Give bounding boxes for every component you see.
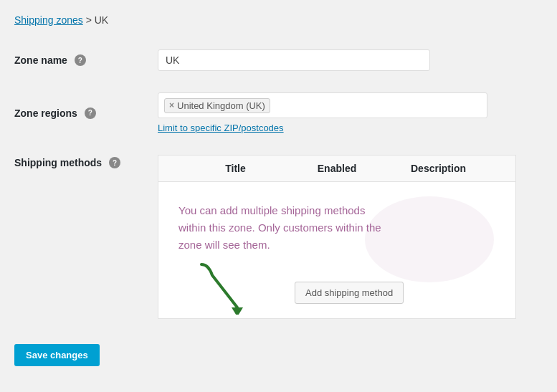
zone-name-help-icon[interactable]: ?	[75, 54, 86, 66]
green-arrow-icon	[194, 261, 287, 315]
limit-zip-link[interactable]: Limit to specific ZIP/postcodes	[158, 123, 543, 133]
zone-regions-label: Zone regions	[14, 107, 77, 119]
region-tag: × United Kingdom (UK)	[164, 98, 270, 113]
shipping-methods-body: Wc You can add multiple shipping methods…	[158, 182, 515, 318]
save-row: Save changes	[14, 344, 543, 366]
breadcrumb: Shipping zones > UK	[14, 14, 543, 26]
svg-marker-3	[232, 307, 243, 315]
col-enabled: Enabled	[301, 163, 373, 174]
breadcrumb-current: UK	[95, 14, 108, 26]
shipping-info-text: You can add multiple shipping methods wi…	[158, 182, 402, 261]
shipping-methods-label: Shipping methods	[14, 157, 102, 168]
zone-name-label: Zone name	[14, 54, 67, 66]
region-remove-icon[interactable]: ×	[169, 100, 174, 110]
zone-regions-help-icon[interactable]: ?	[85, 107, 96, 119]
svg-text:Wc: Wc	[394, 215, 458, 263]
save-changes-button[interactable]: Save changes	[14, 344, 100, 366]
settings-form: Zone name ? Zone regions ?	[14, 39, 543, 330]
breadcrumb-separator: >	[86, 14, 95, 26]
page-wrapper: Shipping zones > UK Zone name ?	[0, 0, 557, 381]
shipping-methods-header: Title Enabled Description	[158, 156, 515, 182]
zone-regions-container[interactable]: × United Kingdom (UK)	[158, 92, 487, 118]
shipping-methods-help-icon[interactable]: ?	[109, 157, 120, 168]
zone-name-input[interactable]	[158, 49, 430, 71]
add-method-area: Add shipping method	[158, 261, 515, 318]
col-description: Description	[373, 163, 504, 174]
zone-name-row: Zone name ?	[14, 39, 543, 82]
col-title: Title	[170, 163, 301, 174]
add-shipping-method-button[interactable]: Add shipping method	[295, 282, 404, 304]
shipping-zones-link[interactable]: Shipping zones	[14, 14, 83, 26]
zone-regions-row: Zone regions ? × United Kingdom (UK) Lim…	[14, 82, 543, 144]
shipping-methods-table: Title Enabled Description Wc	[158, 155, 516, 319]
region-tag-text: United Kingdom (UK)	[177, 100, 265, 111]
shipping-methods-row: Shipping methods ? Title Enabled Descrip…	[14, 144, 543, 330]
